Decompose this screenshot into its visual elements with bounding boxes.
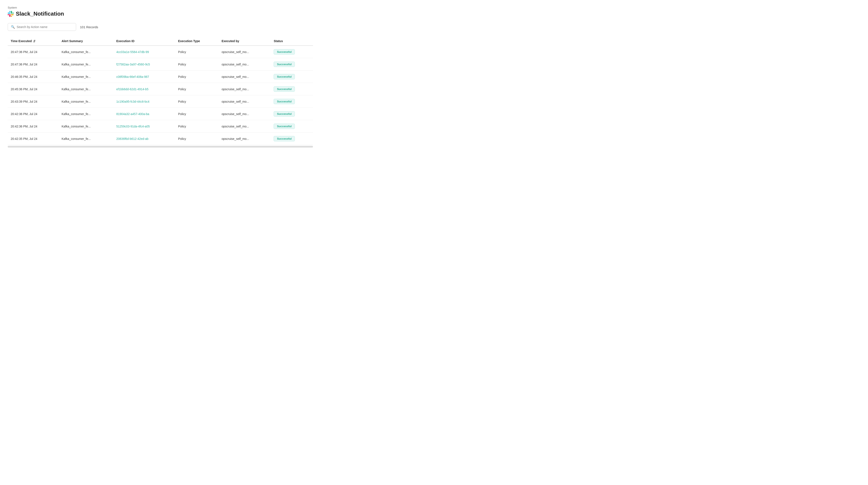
data-table: Time Executed ⇵ Alert Summary Execution … [8, 37, 313, 145]
search-input[interactable] [17, 25, 73, 29]
cell-alert-summary: Kafka_consumer_fe... [59, 83, 113, 95]
table-row[interactable]: 20:47:36 PM, Jul 24Kafka_consumer_fe...f… [8, 58, 313, 70]
status-badge: Successful [274, 136, 295, 141]
cell-status[interactable]: Successful [271, 95, 313, 108]
table-header: Time Executed ⇵ Alert Summary Execution … [8, 37, 313, 46]
cell-execution-type: Policy [175, 95, 218, 108]
cell-execution-id[interactable]: 4cc03a1e-5584-47db-99 [113, 46, 175, 58]
table-row[interactable]: 20:46:35 PM, Jul 24Kafka_consumer_fe...c… [8, 70, 313, 83]
table-row[interactable]: 20:43:39 PM, Jul 24Kafka_consumer_fe...1… [8, 95, 313, 108]
cell-executed-by: opscruise_self_mo... [218, 95, 271, 108]
cell-time-executed: 20:45:36 PM, Jul 24 [8, 83, 59, 95]
cell-execution-id[interactable]: 20836f6d-b612-42ed-ab [113, 132, 175, 145]
cell-alert-summary: Kafka_consumer_fe... [59, 70, 113, 83]
cell-execution-type: Policy [175, 120, 218, 132]
sort-icon[interactable]: ⇵ [33, 39, 35, 43]
status-badge: Successful [274, 62, 295, 67]
cell-execution-id[interactable]: c08f09ba-66ef-408a-987 [113, 70, 175, 83]
cell-status[interactable]: Successful [271, 120, 313, 132]
table-row[interactable]: 20:45:36 PM, Jul 24Kafka_consumer_fe...e… [8, 83, 313, 95]
cell-time-executed: 20:42:35 PM, Jul 24 [8, 132, 59, 145]
table-row[interactable]: 20:42:36 PM, Jul 24Kafka_consumer_fe...5… [8, 120, 313, 132]
cell-execution-type: Policy [175, 132, 218, 145]
slack-icon [8, 11, 14, 17]
cell-status[interactable]: Successful [271, 108, 313, 120]
cell-time-executed: 20:42:36 PM, Jul 24 [8, 120, 59, 132]
cell-time-executed: 20:43:39 PM, Jul 24 [8, 95, 59, 108]
cell-alert-summary: Kafka_consumer_fe... [59, 120, 113, 132]
cell-execution-id[interactable]: f27582aa-3a97-4560-9c5 [113, 58, 175, 70]
status-badge: Successful [274, 99, 295, 104]
cell-executed-by: opscruise_self_mo... [218, 132, 271, 145]
cell-execution-type: Policy [175, 46, 218, 58]
execution-id-link[interactable]: 20836f6d-b612-42ed-ab [116, 137, 148, 141]
cell-status[interactable]: Successful [271, 58, 313, 70]
table-row[interactable]: 20:42:35 PM, Jul 24Kafka_consumer_fe...2… [8, 132, 313, 145]
cell-execution-id[interactable]: 81904a32-a457-400a-ba [113, 108, 175, 120]
horizontal-scrollbar[interactable] [8, 146, 313, 148]
cell-alert-summary: Kafka_consumer_fe... [59, 108, 113, 120]
cell-time-executed: 20:47:36 PM, Jul 24 [8, 46, 59, 58]
cell-status[interactable]: Successful [271, 70, 313, 83]
execution-id-link[interactable]: 51259c03-91da-4fc4-a05 [116, 125, 150, 128]
cell-time-executed: 20:47:36 PM, Jul 24 [8, 58, 59, 70]
records-count: 101 Records [80, 25, 98, 29]
page-title: Slack_Notification [16, 10, 64, 17]
search-box: 🔍 [8, 23, 76, 31]
cell-execution-type: Policy [175, 58, 218, 70]
cell-status[interactable]: Successful [271, 46, 313, 58]
breadcrumb: System [8, 6, 313, 9]
page-container: System Slack_Notification 🔍 101 Records [0, 0, 321, 154]
cell-execution-type: Policy [175, 108, 218, 120]
cell-execution-id[interactable]: 51259c03-91da-4fc4-a05 [113, 120, 175, 132]
cell-alert-summary: Kafka_consumer_fe... [59, 132, 113, 145]
execution-id-link[interactable]: c08f09ba-66ef-408a-987 [116, 75, 149, 79]
execution-id-link[interactable]: 81904a32-a457-400a-ba [116, 112, 149, 116]
execution-id-link[interactable]: 1c190a95-fc3d-44c6-bc4 [116, 100, 150, 103]
cell-executed-by: opscruise_self_mo... [218, 120, 271, 132]
status-badge: Successful [274, 74, 295, 79]
col-header-execution-id: Execution ID [113, 37, 175, 46]
cell-alert-summary: Kafka_consumer_fe... [59, 46, 113, 58]
status-badge: Successful [274, 86, 295, 92]
cell-execution-type: Policy [175, 83, 218, 95]
cell-execution-id[interactable]: ef1bb6dd-62d1-4914-b5 [113, 83, 175, 95]
execution-id-link[interactable]: 4cc03a1e-5584-47db-99 [116, 50, 149, 54]
search-row: 🔍 101 Records [8, 23, 313, 31]
status-badge: Successful [274, 49, 295, 55]
cell-execution-type: Policy [175, 70, 218, 83]
table-container: Time Executed ⇵ Alert Summary Execution … [8, 37, 313, 148]
cell-executed-by: opscruise_self_mo... [218, 46, 271, 58]
col-header-alert-summary: Alert Summary [59, 37, 113, 46]
cell-executed-by: opscruise_self_mo... [218, 70, 271, 83]
cell-executed-by: opscruise_self_mo... [218, 83, 271, 95]
cell-execution-id[interactable]: 1c190a95-fc3d-44c6-bc4 [113, 95, 175, 108]
cell-time-executed: 20:46:35 PM, Jul 24 [8, 70, 59, 83]
table-row[interactable]: 20:42:36 PM, Jul 24Kafka_consumer_fe...8… [8, 108, 313, 120]
status-badge: Successful [274, 124, 295, 129]
cell-status[interactable]: Successful [271, 132, 313, 145]
col-header-executed-by: Executed by [218, 37, 271, 46]
col-header-time-executed[interactable]: Time Executed ⇵ [8, 37, 59, 46]
cell-executed-by: opscruise_self_mo... [218, 58, 271, 70]
cell-alert-summary: Kafka_consumer_fe... [59, 58, 113, 70]
execution-id-link[interactable]: ef1bb6dd-62d1-4914-b5 [116, 88, 148, 91]
cell-time-executed: 20:42:36 PM, Jul 24 [8, 108, 59, 120]
cell-alert-summary: Kafka_consumer_fe... [59, 95, 113, 108]
execution-id-link[interactable]: f27582aa-3a97-4560-9c5 [116, 63, 150, 66]
page-title-row: Slack_Notification [8, 10, 313, 17]
table-row[interactable]: 20:47:36 PM, Jul 24Kafka_consumer_fe...4… [8, 46, 313, 58]
search-icon: 🔍 [11, 25, 15, 29]
table-body: 20:47:36 PM, Jul 24Kafka_consumer_fe...4… [8, 46, 313, 145]
cell-status[interactable]: Successful [271, 83, 313, 95]
cell-executed-by: opscruise_self_mo... [218, 108, 271, 120]
col-header-execution-type: Execution Type [175, 37, 218, 46]
col-header-status: Status [271, 37, 313, 46]
status-badge: Successful [274, 111, 295, 117]
